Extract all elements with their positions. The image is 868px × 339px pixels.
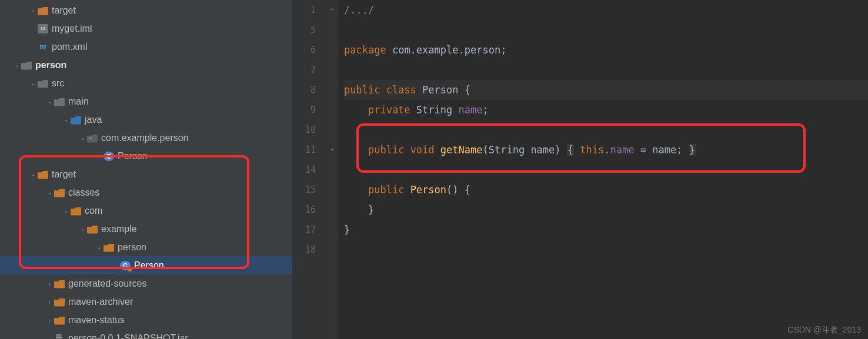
tree-item-label: Person bbox=[118, 151, 148, 162]
tree-item-label: java bbox=[85, 115, 102, 125]
line-number: 7 bbox=[292, 60, 316, 80]
tree-item-person[interactable]: ⌄person bbox=[0, 56, 292, 74]
folder-orange-icon bbox=[104, 243, 114, 252]
tree-item-example[interactable]: ⌄example bbox=[0, 220, 292, 238]
expand-arrow-icon[interactable]: ⌄ bbox=[78, 134, 87, 142]
folder-gray-icon bbox=[38, 79, 48, 88]
tree-item-person[interactable]: Person bbox=[0, 147, 292, 165]
expand-arrow-icon[interactable]: ⌄ bbox=[78, 225, 87, 233]
tree-item-label: pom.xml bbox=[52, 42, 87, 52]
line-number: 14 bbox=[292, 160, 316, 180]
tree-item-label: maven-archiver bbox=[68, 297, 133, 307]
pom-icon bbox=[38, 42, 48, 52]
folder-orange-icon bbox=[54, 188, 65, 197]
expand-arrow-icon[interactable]: ⌄ bbox=[28, 79, 38, 87]
tree-item-label: person bbox=[35, 60, 66, 71]
tree-item-person[interactable]: ⌄person bbox=[0, 238, 292, 256]
line-number: 8 bbox=[292, 80, 316, 100]
tree-item-label: target bbox=[52, 5, 76, 16]
code-line[interactable] bbox=[344, 240, 868, 260]
tree-item-target[interactable]: ›target bbox=[0, 1, 292, 19]
line-number: 10 bbox=[292, 120, 316, 140]
line-number: 5 bbox=[292, 20, 316, 40]
tree-item-label: person-0.0.1-SNAPSHOT.jar bbox=[68, 333, 188, 340]
tree-item-label: com.example.person bbox=[101, 133, 189, 143]
tree-item-main[interactable]: ⌄main bbox=[0, 92, 292, 110]
tree-item-pom-xml[interactable]: pom.xml bbox=[0, 38, 292, 56]
expand-arrow-icon[interactable]: › bbox=[45, 280, 54, 287]
tree-item-label: example bbox=[101, 224, 136, 234]
tree-item-maven-archiver[interactable]: ›maven-archiver bbox=[0, 293, 292, 311]
folder-gray-icon bbox=[54, 97, 65, 106]
fold-column[interactable]: ++–– bbox=[326, 0, 338, 339]
expand-arrow-icon[interactable]: ⌄ bbox=[28, 170, 38, 178]
line-number: 18 bbox=[292, 240, 316, 260]
tree-item-label: Person bbox=[134, 260, 164, 271]
code-line[interactable]: package com.example.person; bbox=[344, 40, 868, 60]
expand-arrow-icon[interactable]: ⌄ bbox=[45, 98, 54, 105]
tree-item-generated-sources[interactable]: ›generated-sources bbox=[0, 274, 292, 293]
code-area[interactable]: /.../ package com.example.person; public… bbox=[338, 0, 868, 339]
tree-item-java[interactable]: ⌄java bbox=[0, 110, 292, 129]
tree-item-label: src bbox=[52, 78, 64, 89]
folder-orange-icon bbox=[87, 224, 98, 234]
line-number: 11 bbox=[292, 140, 316, 160]
expand-arrow-icon[interactable]: › bbox=[28, 7, 38, 14]
expand-arrow-icon[interactable]: ⌄ bbox=[94, 243, 104, 251]
expand-arrow-icon[interactable]: ⌄ bbox=[61, 116, 71, 123]
fold-spacer bbox=[326, 160, 338, 180]
line-number: 17 bbox=[292, 220, 316, 240]
expand-arrow-icon[interactable]: › bbox=[45, 298, 54, 306]
tree-item-label: classes bbox=[68, 187, 99, 198]
code-line[interactable] bbox=[344, 120, 868, 140]
tree-item-person[interactable]: Person bbox=[0, 256, 292, 274]
fold-spacer bbox=[326, 240, 338, 260]
tree-item-label: generated-sources bbox=[68, 278, 146, 289]
folder-orange-icon bbox=[54, 297, 65, 307]
tree-item-label: target bbox=[52, 169, 76, 180]
tree-item-myget-iml[interactable]: myget.iml bbox=[0, 19, 292, 38]
code-line[interactable]: } bbox=[344, 200, 868, 220]
class-c-icon bbox=[104, 152, 114, 161]
fold-toggle-icon[interactable]: + bbox=[326, 0, 338, 20]
tree-item-target[interactable]: ⌄target bbox=[0, 165, 292, 183]
folder-gray-icon bbox=[21, 61, 32, 70]
fold-toggle-icon[interactable]: – bbox=[326, 180, 338, 200]
fold-spacer bbox=[326, 120, 338, 140]
watermark: CSDN @斗者_2013 bbox=[787, 325, 861, 335]
tree-item-classes[interactable]: ⌄classes bbox=[0, 183, 292, 202]
code-line[interactable]: public void getName(String name) { this.… bbox=[344, 140, 868, 160]
code-line[interactable]: public Person() { bbox=[344, 180, 868, 200]
fold-spacer bbox=[326, 20, 338, 40]
line-number: 9 bbox=[292, 100, 316, 120]
expand-arrow-icon[interactable]: ⌄ bbox=[61, 207, 71, 214]
code-line[interactable]: private String name; bbox=[344, 100, 868, 120]
code-line[interactable] bbox=[344, 20, 868, 40]
fold-toggle-icon[interactable]: – bbox=[326, 200, 338, 220]
expand-arrow-icon[interactable]: ⌄ bbox=[45, 189, 54, 196]
tree-item-person-0-0-1-snapshot-jar[interactable]: person-0.0.1-SNAPSHOT.jar bbox=[0, 329, 292, 339]
tree-item-label: main bbox=[68, 96, 89, 107]
expand-arrow-icon[interactable]: › bbox=[45, 317, 54, 324]
code-line[interactable] bbox=[344, 160, 868, 180]
code-line[interactable]: /.../ bbox=[344, 0, 868, 20]
line-number: 16 bbox=[292, 200, 316, 220]
tree-item-com[interactable]: ⌄com bbox=[0, 202, 292, 220]
code-line[interactable] bbox=[344, 60, 868, 80]
pkg-icon bbox=[87, 133, 98, 143]
code-line[interactable]: } bbox=[344, 220, 868, 240]
tree-item-src[interactable]: ⌄src bbox=[0, 74, 292, 92]
tree-item-com-example-person[interactable]: ⌄com.example.person bbox=[0, 129, 292, 147]
folder-orange-icon bbox=[54, 279, 65, 288]
code-editor[interactable]: 15678910111415161718 ++–– /.../ package … bbox=[292, 0, 868, 339]
fold-toggle-icon[interactable]: + bbox=[326, 140, 338, 160]
tree-item-maven-status[interactable]: ›maven-status bbox=[0, 311, 292, 329]
tree-item-label: com bbox=[85, 206, 102, 216]
folder-blue-icon bbox=[71, 115, 81, 125]
tree-item-label: maven-status bbox=[68, 315, 125, 325]
project-tree[interactable]: ›targetmyget.imlpom.xml⌄person⌄src⌄main⌄… bbox=[0, 0, 292, 339]
expand-arrow-icon[interactable]: ⌄ bbox=[12, 61, 21, 69]
code-line[interactable]: public class Person { bbox=[344, 80, 868, 100]
line-gutter: 15678910111415161718 bbox=[292, 0, 326, 339]
iml-icon bbox=[38, 24, 48, 33]
